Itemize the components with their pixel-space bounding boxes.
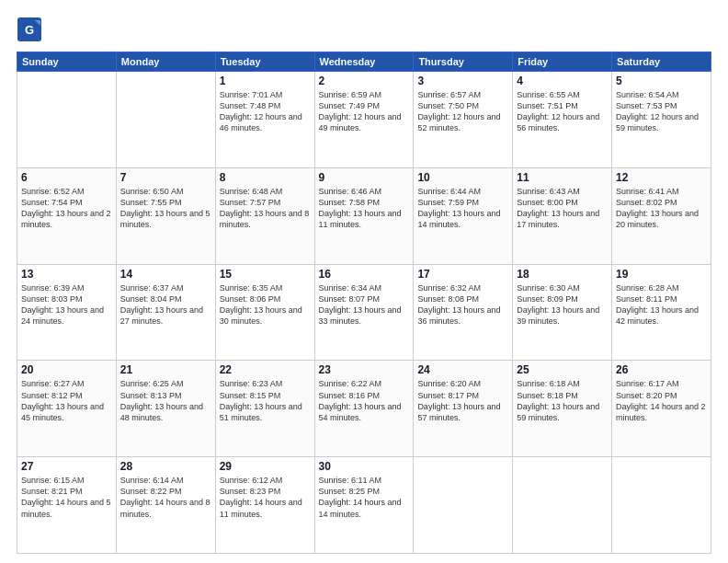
day-info: Sunrise: 6:15 AMSunset: 8:21 PMDaylight:… (21, 475, 112, 520)
day-number: 4 (517, 75, 608, 87)
calendar-cell: 10Sunrise: 6:44 AMSunset: 7:59 PMDayligh… (414, 167, 513, 264)
day-info: Sunrise: 6:59 AMSunset: 7:49 PMDaylight:… (319, 89, 410, 134)
day-number: 21 (120, 363, 211, 376)
day-number: 25 (517, 363, 608, 376)
day-info: Sunrise: 6:43 AMSunset: 8:00 PMDaylight:… (517, 186, 608, 231)
calendar-cell: 29Sunrise: 6:12 AMSunset: 8:23 PMDayligh… (215, 457, 314, 554)
day-number: 23 (319, 363, 410, 376)
day-info: Sunrise: 6:23 AMSunset: 8:15 PMDaylight:… (220, 378, 311, 423)
weekday-header-thursday: Thursday (414, 52, 513, 72)
day-info: Sunrise: 6:18 AMSunset: 8:18 PMDaylight:… (517, 378, 608, 423)
day-number: 29 (220, 460, 311, 473)
calendar-cell: 2Sunrise: 6:59 AMSunset: 7:49 PMDaylight… (314, 72, 414, 168)
day-info: Sunrise: 6:50 AMSunset: 7:55 PMDaylight:… (120, 186, 211, 231)
calendar-cell: 7Sunrise: 6:50 AMSunset: 7:55 PMDaylight… (116, 167, 215, 264)
svg-text:G: G (25, 23, 34, 37)
day-number: 18 (517, 268, 608, 281)
calendar-cell: 30Sunrise: 6:11 AMSunset: 8:25 PMDayligh… (314, 457, 414, 554)
weekday-header-monday: Monday (116, 52, 215, 72)
calendar-week-1: 1Sunrise: 7:01 AMSunset: 7:48 PMDaylight… (17, 72, 711, 168)
calendar-cell: 12Sunrise: 6:41 AMSunset: 8:02 PMDayligh… (612, 167, 711, 264)
day-info: Sunrise: 6:25 AMSunset: 8:13 PMDaylight:… (120, 378, 211, 423)
calendar-week-5: 27Sunrise: 6:15 AMSunset: 8:21 PMDayligh… (17, 457, 711, 554)
calendar-cell (414, 457, 513, 554)
weekday-header-wednesday: Wednesday (314, 52, 414, 72)
calendar-cell: 11Sunrise: 6:43 AMSunset: 8:00 PMDayligh… (513, 167, 612, 264)
day-number: 1 (220, 75, 311, 87)
calendar-week-3: 13Sunrise: 6:39 AMSunset: 8:03 PMDayligh… (17, 264, 711, 361)
calendar-cell: 21Sunrise: 6:25 AMSunset: 8:13 PMDayligh… (116, 361, 215, 457)
calendar-cell: 13Sunrise: 6:39 AMSunset: 8:03 PMDayligh… (17, 264, 117, 361)
day-info: Sunrise: 6:28 AMSunset: 8:11 PMDaylight:… (616, 282, 707, 327)
day-info: Sunrise: 6:30 AMSunset: 8:09 PMDaylight:… (517, 282, 608, 327)
day-info: Sunrise: 6:54 AMSunset: 7:53 PMDaylight:… (616, 89, 707, 134)
calendar-cell: 9Sunrise: 6:46 AMSunset: 7:58 PMDaylight… (314, 167, 414, 264)
weekday-header-tuesday: Tuesday (215, 52, 314, 72)
weekday-header-row: SundayMondayTuesdayWednesdayThursdayFrid… (17, 52, 711, 72)
calendar-page: G SundayMondayTuesdayWednesdayThursdayFr… (0, 0, 728, 563)
calendar-table: SundayMondayTuesdayWednesdayThursdayFrid… (17, 52, 711, 554)
day-info: Sunrise: 6:12 AMSunset: 8:23 PMDaylight:… (220, 475, 311, 520)
day-number: 13 (21, 268, 112, 281)
calendar-cell: 27Sunrise: 6:15 AMSunset: 8:21 PMDayligh… (17, 457, 117, 554)
day-number: 19 (616, 268, 707, 281)
day-number: 12 (616, 171, 707, 184)
day-number: 7 (120, 171, 211, 184)
day-info: Sunrise: 6:20 AMSunset: 8:17 PMDaylight:… (417, 378, 508, 423)
day-number: 5 (616, 75, 707, 87)
calendar-cell: 18Sunrise: 6:30 AMSunset: 8:09 PMDayligh… (513, 264, 612, 361)
calendar-cell (17, 72, 117, 168)
calendar-cell: 1Sunrise: 7:01 AMSunset: 7:48 PMDaylight… (215, 72, 314, 168)
day-info: Sunrise: 6:14 AMSunset: 8:22 PMDaylight:… (120, 475, 211, 520)
day-number: 22 (220, 363, 311, 376)
day-number: 11 (517, 171, 608, 184)
day-number: 24 (417, 363, 508, 376)
day-number: 16 (319, 268, 410, 281)
weekday-header-sunday: Sunday (17, 52, 117, 72)
calendar-cell: 28Sunrise: 6:14 AMSunset: 8:22 PMDayligh… (116, 457, 215, 554)
calendar-cell: 19Sunrise: 6:28 AMSunset: 8:11 PMDayligh… (612, 264, 711, 361)
calendar-cell: 20Sunrise: 6:27 AMSunset: 8:12 PMDayligh… (17, 361, 117, 457)
calendar-cell: 6Sunrise: 6:52 AMSunset: 7:54 PMDaylight… (17, 167, 117, 264)
day-info: Sunrise: 6:11 AMSunset: 8:25 PMDaylight:… (319, 475, 410, 520)
calendar-cell: 16Sunrise: 6:34 AMSunset: 8:07 PMDayligh… (314, 264, 414, 361)
day-number: 14 (120, 268, 211, 281)
day-info: Sunrise: 6:52 AMSunset: 7:54 PMDaylight:… (21, 186, 112, 231)
calendar-week-4: 20Sunrise: 6:27 AMSunset: 8:12 PMDayligh… (17, 361, 711, 457)
day-number: 17 (417, 268, 508, 281)
day-info: Sunrise: 6:48 AMSunset: 7:57 PMDaylight:… (220, 186, 311, 231)
day-info: Sunrise: 6:37 AMSunset: 8:04 PMDaylight:… (120, 282, 211, 327)
day-number: 28 (120, 460, 211, 473)
calendar-cell: 25Sunrise: 6:18 AMSunset: 8:18 PMDayligh… (513, 361, 612, 457)
calendar-cell: 3Sunrise: 6:57 AMSunset: 7:50 PMDaylight… (414, 72, 513, 168)
calendar-cell: 24Sunrise: 6:20 AMSunset: 8:17 PMDayligh… (414, 361, 513, 457)
calendar-week-2: 6Sunrise: 6:52 AMSunset: 7:54 PMDaylight… (17, 167, 711, 264)
day-info: Sunrise: 6:55 AMSunset: 7:51 PMDaylight:… (517, 89, 608, 134)
day-info: Sunrise: 6:22 AMSunset: 8:16 PMDaylight:… (319, 378, 410, 423)
calendar-cell: 14Sunrise: 6:37 AMSunset: 8:04 PMDayligh… (116, 264, 215, 361)
day-number: 27 (21, 460, 112, 473)
calendar-cell (513, 457, 612, 554)
day-info: Sunrise: 6:46 AMSunset: 7:58 PMDaylight:… (319, 186, 410, 231)
day-info: Sunrise: 6:39 AMSunset: 8:03 PMDaylight:… (21, 282, 112, 327)
weekday-header-saturday: Saturday (612, 52, 711, 72)
header: G (17, 17, 711, 42)
calendar-cell: 22Sunrise: 6:23 AMSunset: 8:15 PMDayligh… (215, 361, 314, 457)
calendar-cell: 8Sunrise: 6:48 AMSunset: 7:57 PMDaylight… (215, 167, 314, 264)
day-number: 3 (417, 75, 508, 87)
calendar-cell (612, 457, 711, 554)
weekday-header-friday: Friday (513, 52, 612, 72)
calendar-cell: 5Sunrise: 6:54 AMSunset: 7:53 PMDaylight… (612, 72, 711, 168)
logo: G (17, 17, 46, 42)
day-number: 30 (319, 460, 410, 473)
day-number: 15 (220, 268, 311, 281)
day-number: 8 (220, 171, 311, 184)
day-number: 9 (319, 171, 410, 184)
logo-icon: G (17, 17, 42, 42)
day-info: Sunrise: 7:01 AMSunset: 7:48 PMDaylight:… (220, 89, 311, 134)
day-info: Sunrise: 6:32 AMSunset: 8:08 PMDaylight:… (417, 282, 508, 327)
day-number: 26 (616, 363, 707, 376)
day-number: 6 (21, 171, 112, 184)
day-info: Sunrise: 6:35 AMSunset: 8:06 PMDaylight:… (220, 282, 311, 327)
day-info: Sunrise: 6:34 AMSunset: 8:07 PMDaylight:… (319, 282, 410, 327)
